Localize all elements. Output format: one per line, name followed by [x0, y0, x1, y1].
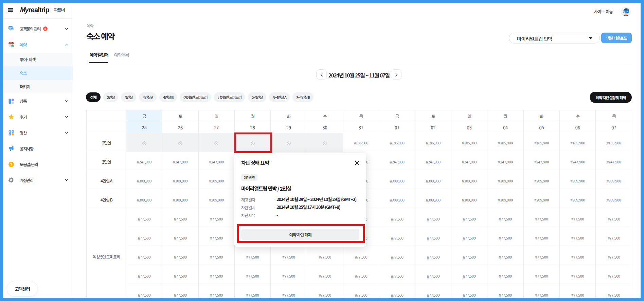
svg-text:?: ?	[10, 162, 12, 166]
